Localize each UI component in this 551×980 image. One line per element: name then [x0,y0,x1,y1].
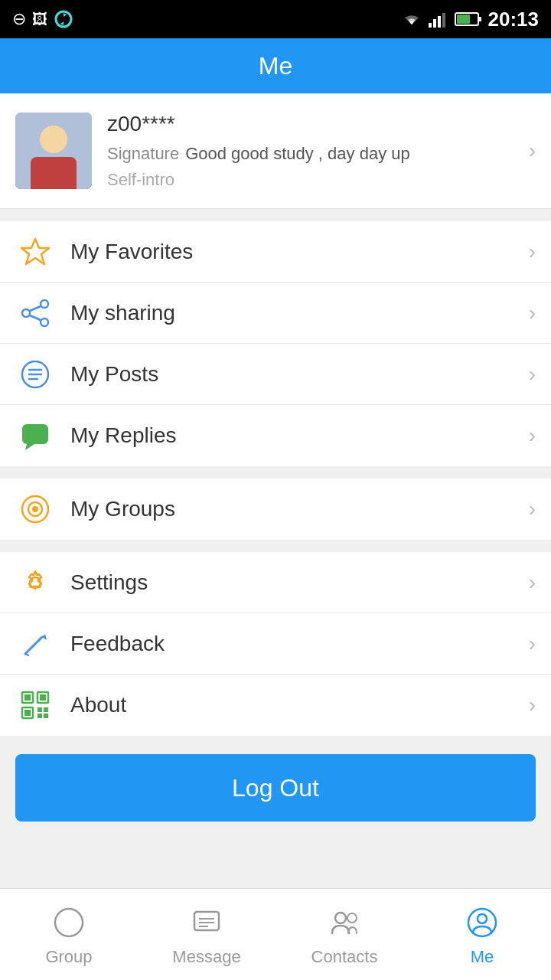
menu-item-settings[interactable]: Settings › [0,552,551,613]
message-nav-icon [187,903,227,942]
svg-point-21 [22,309,30,317]
battery-icon [455,11,482,27]
svg-rect-40 [40,694,46,701]
favorites-chevron: › [529,240,536,264]
svg-marker-30 [25,444,34,450]
profile-chevron: › [529,139,536,163]
svg-line-35 [25,637,42,654]
menu-item-sharing[interactable]: My sharing › [0,283,551,344]
group-nav-label: Group [45,947,92,967]
svg-rect-17 [56,139,65,145]
posts-chevron: › [529,362,536,387]
signature-value: Good good study , day day up [185,144,410,164]
contacts-nav-label: Contacts [311,947,378,967]
bottom-navigation: Group Message Contacts [0,888,551,980]
chat-icon [15,416,55,456]
svg-point-14 [40,128,67,155]
menu-item-groups[interactable]: My Groups › [0,479,551,540]
menu-section-2: Settings › Feedback › [0,552,551,736]
divider-2 [0,466,551,479]
feedback-label: Feedback [70,632,529,656]
svg-point-55 [478,914,487,923]
me-nav-label: Me [471,947,494,967]
svg-rect-6 [478,17,481,21]
svg-rect-7 [457,15,470,24]
page-header: Me [0,38,551,93]
svg-point-20 [41,300,48,308]
me-nav-icon [462,903,502,942]
groups-icon [15,489,55,529]
gear-icon [15,563,55,603]
sharing-label: My sharing [70,301,529,325]
svg-marker-19 [21,239,49,264]
message-nav-label: Message [172,947,240,967]
page-title: Me [259,52,292,80]
posts-icon [15,354,55,394]
groups-label: My Groups [70,497,529,521]
svg-rect-9 [15,113,92,158]
menu-item-favorites[interactable]: My Favorites › [0,221,551,283]
svg-rect-3 [438,16,441,28]
svg-rect-43 [37,707,42,712]
status-right-icons: 20:13 [401,8,540,31]
svg-rect-48 [194,912,219,930]
svg-rect-4 [442,13,445,28]
svg-rect-46 [44,714,48,718]
svg-rect-38 [24,694,31,701]
profile-section[interactable]: z00**** Signature Good good study , day … [0,93,551,209]
menu-item-about[interactable]: About › [0,675,551,736]
bottom-spacer [0,840,551,871]
svg-rect-29 [22,424,48,444]
feedback-chevron: › [529,632,536,656]
svg-rect-13 [48,149,59,158]
profile-info: z00**** Signature Good good study , day … [107,112,514,190]
replies-label: My Replies [70,423,529,448]
qrcode-icon [15,685,55,725]
nav-item-group[interactable]: Group [0,895,138,975]
menu-item-posts[interactable]: My Posts › [0,344,551,405]
svg-point-52 [335,913,346,923]
pencil-icon [15,624,55,664]
about-label: About [70,693,529,717]
self-intro: Self-intro [107,170,514,190]
signal-icon [429,11,448,28]
signature-label: Signature [107,144,179,164]
logout-button[interactable]: Log Out [15,754,536,822]
groups-chevron: › [529,497,536,521]
svg-line-23 [30,306,41,311]
svg-line-24 [30,315,41,320]
svg-rect-2 [433,19,436,28]
svg-point-33 [32,506,38,512]
svg-point-47 [55,909,83,936]
nav-item-contacts[interactable]: Contacts [276,895,413,975]
svg-rect-8 [15,113,92,189]
sync-icon [54,9,73,29]
group-nav-icon [49,903,89,942]
sharing-chevron: › [529,301,536,325]
settings-chevron: › [529,570,536,595]
notification-icon: ⊖ [12,9,26,29]
divider-1 [0,209,551,221]
nav-item-message[interactable]: Message [138,895,276,975]
svg-rect-16 [42,139,51,145]
star-icon [15,232,55,272]
divider-3 [0,540,551,552]
share-icon [15,293,55,333]
svg-rect-10 [15,158,92,189]
menu-item-feedback[interactable]: Feedback › [0,613,551,675]
username: z00**** [107,112,514,136]
status-left-icons: ⊖ 🖼 [12,9,73,29]
about-chevron: › [529,693,536,717]
svg-rect-42 [24,710,31,716]
time-display: 20:13 [488,8,540,31]
svg-point-15 [40,123,67,136]
svg-line-36 [25,654,28,655]
avatar[interactable] [15,113,92,189]
menu-section-1: My Favorites › My sharing › My Post [0,221,551,466]
nav-item-me[interactable]: Me [413,895,551,975]
menu-item-replies[interactable]: My Replies › [0,405,551,466]
svg-rect-11 [37,155,70,189]
logout-section: Log Out [0,736,551,840]
image-icon: 🖼 [32,11,47,28]
contacts-nav-icon [324,903,364,942]
